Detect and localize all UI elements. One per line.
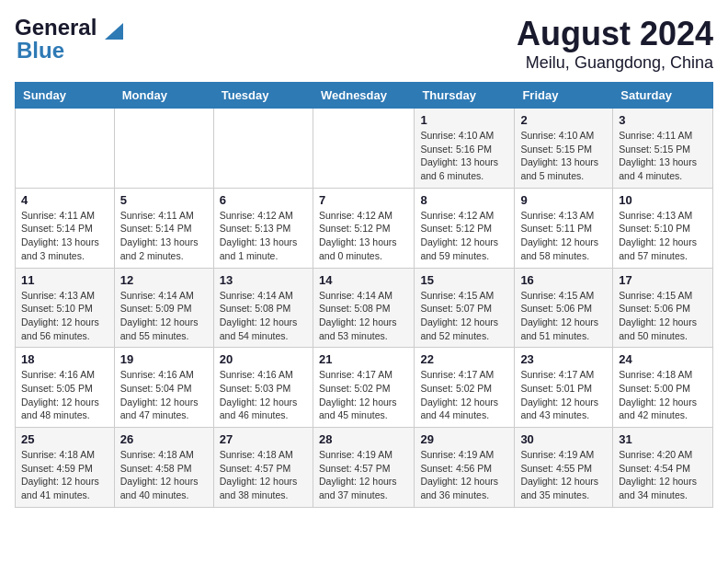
day-info: Sunrise: 4:10 AM Sunset: 5:15 PM Dayligh… <box>520 129 607 183</box>
day-number: 12 <box>120 273 208 287</box>
day-info: Sunrise: 4:12 AM Sunset: 5:12 PM Dayligh… <box>319 209 408 263</box>
day-info: Sunrise: 4:15 AM Sunset: 5:07 PM Dayligh… <box>420 289 508 343</box>
calendar-week-row: 18Sunrise: 4:16 AM Sunset: 5:05 PM Dayli… <box>16 348 713 428</box>
calendar-cell: 15Sunrise: 4:15 AM Sunset: 5:07 PM Dayli… <box>415 268 515 348</box>
calendar-cell: 26Sunrise: 4:18 AM Sunset: 4:58 PM Dayli… <box>114 428 213 508</box>
calendar-cell: 16Sunrise: 4:15 AM Sunset: 5:06 PM Dayli… <box>515 268 613 348</box>
day-info: Sunrise: 4:17 AM Sunset: 5:01 PM Dayligh… <box>520 368 607 422</box>
day-number: 23 <box>520 352 607 366</box>
day-info: Sunrise: 4:18 AM Sunset: 4:58 PM Dayligh… <box>120 448 208 502</box>
day-number: 31 <box>619 432 707 446</box>
day-info: Sunrise: 4:15 AM Sunset: 5:06 PM Dayligh… <box>619 289 707 343</box>
header-monday: Monday <box>114 83 213 109</box>
calendar-cell: 22Sunrise: 4:17 AM Sunset: 5:02 PM Dayli… <box>415 348 515 428</box>
day-info: Sunrise: 4:11 AM Sunset: 5:15 PM Dayligh… <box>619 129 707 183</box>
calendar-cell <box>114 109 213 189</box>
day-info: Sunrise: 4:11 AM Sunset: 5:14 PM Dayligh… <box>120 209 208 263</box>
day-number: 14 <box>319 273 408 287</box>
day-info: Sunrise: 4:17 AM Sunset: 5:02 PM Dayligh… <box>420 368 508 422</box>
day-number: 30 <box>520 432 607 446</box>
calendar-cell: 5Sunrise: 4:11 AM Sunset: 5:14 PM Daylig… <box>114 188 213 268</box>
header: General Blue August 2024 Meilu, Guangdon… <box>15 15 713 73</box>
calendar-cell: 2Sunrise: 4:10 AM Sunset: 5:15 PM Daylig… <box>515 109 613 189</box>
header-saturday: Saturday <box>613 83 713 109</box>
day-number: 16 <box>520 273 607 287</box>
day-info: Sunrise: 4:18 AM Sunset: 5:00 PM Dayligh… <box>619 368 707 422</box>
title-block: August 2024 Meilu, Guangdong, China <box>517 15 713 73</box>
page-subtitle: Meilu, Guangdong, China <box>517 53 713 73</box>
day-info: Sunrise: 4:17 AM Sunset: 5:02 PM Dayligh… <box>319 368 408 422</box>
day-number: 17 <box>619 273 707 287</box>
day-info: Sunrise: 4:16 AM Sunset: 5:04 PM Dayligh… <box>120 368 208 422</box>
logo-arrow-icon <box>103 21 123 41</box>
calendar-cell: 13Sunrise: 4:14 AM Sunset: 5:08 PM Dayli… <box>213 268 313 348</box>
day-number: 10 <box>619 193 707 207</box>
calendar-cell: 12Sunrise: 4:14 AM Sunset: 5:09 PM Dayli… <box>114 268 213 348</box>
header-thursday: Thursday <box>415 83 515 109</box>
calendar-cell: 11Sunrise: 4:13 AM Sunset: 5:10 PM Dayli… <box>16 268 115 348</box>
calendar-cell: 24Sunrise: 4:18 AM Sunset: 5:00 PM Dayli… <box>613 348 713 428</box>
calendar-header-row: Sunday Monday Tuesday Wednesday Thursday… <box>16 83 713 109</box>
calendar-cell <box>16 109 115 189</box>
day-info: Sunrise: 4:14 AM Sunset: 5:08 PM Dayligh… <box>319 289 408 343</box>
day-number: 3 <box>619 113 707 127</box>
day-info: Sunrise: 4:18 AM Sunset: 4:57 PM Dayligh… <box>220 448 307 502</box>
day-number: 13 <box>220 273 307 287</box>
calendar-cell: 29Sunrise: 4:19 AM Sunset: 4:56 PM Dayli… <box>415 428 515 508</box>
day-info: Sunrise: 4:12 AM Sunset: 5:13 PM Dayligh… <box>220 209 307 263</box>
calendar-cell: 1Sunrise: 4:10 AM Sunset: 5:16 PM Daylig… <box>415 109 515 189</box>
calendar-cell: 25Sunrise: 4:18 AM Sunset: 4:59 PM Dayli… <box>16 428 115 508</box>
calendar-cell: 18Sunrise: 4:16 AM Sunset: 5:05 PM Dayli… <box>16 348 115 428</box>
day-number: 24 <box>619 352 707 366</box>
day-info: Sunrise: 4:14 AM Sunset: 5:08 PM Dayligh… <box>220 289 307 343</box>
day-info: Sunrise: 4:19 AM Sunset: 4:55 PM Dayligh… <box>520 448 607 502</box>
day-number: 19 <box>120 352 208 366</box>
day-info: Sunrise: 4:16 AM Sunset: 5:05 PM Dayligh… <box>21 368 108 422</box>
day-info: Sunrise: 4:13 AM Sunset: 5:10 PM Dayligh… <box>619 209 707 263</box>
day-info: Sunrise: 4:11 AM Sunset: 5:14 PM Dayligh… <box>21 209 108 263</box>
day-number: 9 <box>520 193 607 207</box>
day-number: 21 <box>319 352 408 366</box>
day-number: 26 <box>120 432 208 446</box>
day-number: 7 <box>319 193 408 207</box>
day-info: Sunrise: 4:18 AM Sunset: 4:59 PM Dayligh… <box>21 448 108 502</box>
calendar-cell: 10Sunrise: 4:13 AM Sunset: 5:10 PM Dayli… <box>613 188 713 268</box>
calendar-cell: 30Sunrise: 4:19 AM Sunset: 4:55 PM Dayli… <box>515 428 613 508</box>
calendar-cell: 9Sunrise: 4:13 AM Sunset: 5:11 PM Daylig… <box>515 188 613 268</box>
day-number: 15 <box>420 273 508 287</box>
day-number: 4 <box>21 193 108 207</box>
calendar-week-row: 4Sunrise: 4:11 AM Sunset: 5:14 PM Daylig… <box>16 188 713 268</box>
page-title: August 2024 <box>517 15 713 53</box>
calendar-cell: 7Sunrise: 4:12 AM Sunset: 5:12 PM Daylig… <box>313 188 414 268</box>
calendar-cell: 28Sunrise: 4:19 AM Sunset: 4:57 PM Dayli… <box>313 428 414 508</box>
day-info: Sunrise: 4:10 AM Sunset: 5:16 PM Dayligh… <box>420 129 508 183</box>
day-info: Sunrise: 4:20 AM Sunset: 4:54 PM Dayligh… <box>619 448 707 502</box>
logo: General Blue <box>15 15 123 63</box>
day-number: 20 <box>220 352 307 366</box>
day-info: Sunrise: 4:14 AM Sunset: 5:09 PM Dayligh… <box>120 289 208 343</box>
day-number: 5 <box>120 193 208 207</box>
calendar-cell: 6Sunrise: 4:12 AM Sunset: 5:13 PM Daylig… <box>213 188 313 268</box>
day-number: 27 <box>220 432 307 446</box>
day-number: 22 <box>420 352 508 366</box>
calendar-cell: 4Sunrise: 4:11 AM Sunset: 5:14 PM Daylig… <box>16 188 115 268</box>
calendar-cell: 31Sunrise: 4:20 AM Sunset: 4:54 PM Dayli… <box>613 428 713 508</box>
svg-marker-0 <box>105 23 123 40</box>
day-number: 6 <box>220 193 307 207</box>
day-number: 28 <box>319 432 408 446</box>
day-number: 2 <box>520 113 607 127</box>
day-info: Sunrise: 4:13 AM Sunset: 5:11 PM Dayligh… <box>520 209 607 263</box>
day-number: 1 <box>420 113 508 127</box>
calendar-cell: 17Sunrise: 4:15 AM Sunset: 5:06 PM Dayli… <box>613 268 713 348</box>
calendar-cell: 27Sunrise: 4:18 AM Sunset: 4:57 PM Dayli… <box>213 428 313 508</box>
header-tuesday: Tuesday <box>213 83 313 109</box>
calendar-cell: 19Sunrise: 4:16 AM Sunset: 5:04 PM Dayli… <box>114 348 213 428</box>
day-info: Sunrise: 4:12 AM Sunset: 5:12 PM Dayligh… <box>420 209 508 263</box>
day-info: Sunrise: 4:13 AM Sunset: 5:10 PM Dayligh… <box>21 289 108 343</box>
day-info: Sunrise: 4:15 AM Sunset: 5:06 PM Dayligh… <box>520 289 607 343</box>
day-info: Sunrise: 4:19 AM Sunset: 4:57 PM Dayligh… <box>319 448 408 502</box>
day-number: 18 <box>21 352 108 366</box>
calendar-cell: 14Sunrise: 4:14 AM Sunset: 5:08 PM Dayli… <box>313 268 414 348</box>
day-number: 11 <box>21 273 108 287</box>
day-number: 25 <box>21 432 108 446</box>
